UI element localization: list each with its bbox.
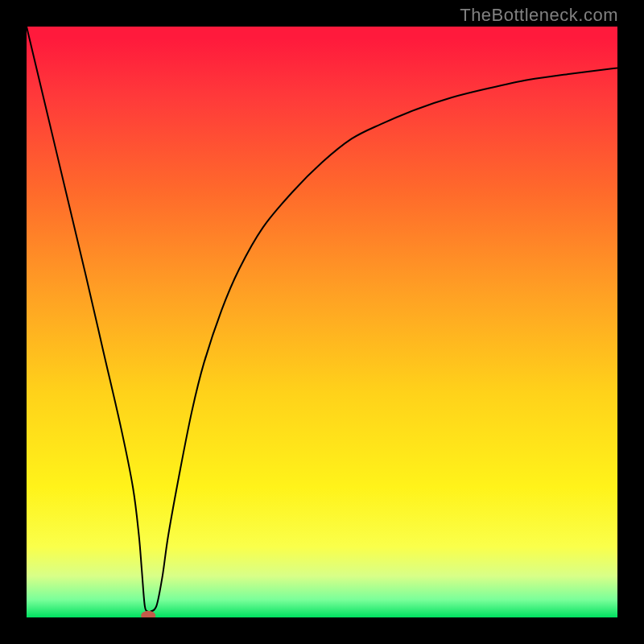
chart-svg	[27, 27, 617, 617]
watermark-text: TheBottleneck.com	[460, 5, 618, 26]
bottleneck-curve	[27, 27, 617, 613]
chart-frame: TheBottleneck.com	[0, 0, 644, 644]
minimum-marker	[141, 611, 155, 617]
